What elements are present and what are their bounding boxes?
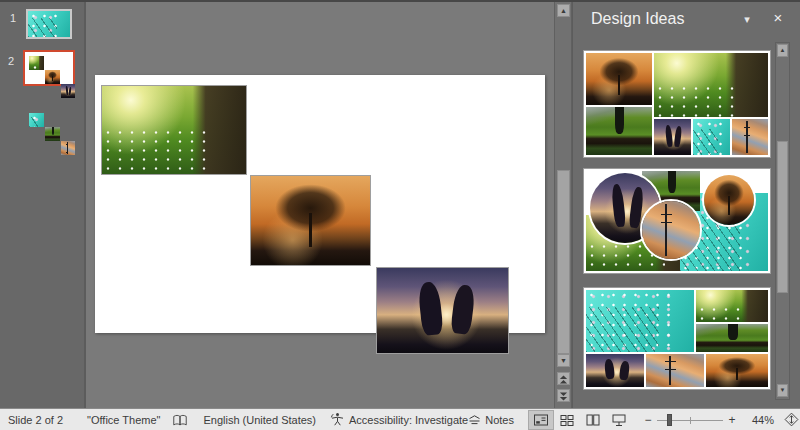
scroll-up-button[interactable]: ▲ (557, 4, 570, 17)
design1-tile-fence (586, 107, 652, 155)
slide-thumbnail-1[interactable] (26, 9, 72, 39)
editor-scrollbar: ▲ ▼ (554, 2, 572, 408)
design1-tile-people (654, 119, 691, 155)
status-bar: Slide 2 of 2 "Office Theme" English (Uni… (0, 408, 800, 430)
slide-show-button[interactable] (606, 410, 632, 430)
scroll-down-button[interactable]: ▼ (557, 354, 570, 367)
design3-tile-pole (646, 354, 704, 387)
slide-thumbnail-2-selected[interactable] (23, 50, 75, 86)
photo-friends-sunset[interactable] (376, 267, 509, 354)
photo-sunset-tree[interactable] (250, 175, 371, 266)
panel-options-caret-icon[interactable]: ▾ (737, 10, 757, 28)
design-panel-scrollbar: ▲ ▼ (775, 42, 790, 400)
slide-number-2: 2 (8, 55, 14, 67)
design3-tile-meadow (696, 290, 768, 322)
language-indicator[interactable]: English (United States) (203, 409, 316, 430)
zoom-in-button[interactable]: + (726, 413, 738, 427)
theme-name[interactable]: "Office Theme" (87, 409, 160, 430)
photo-meadow[interactable] (101, 85, 247, 175)
slide-thumbnail-panel: 1 2 (0, 2, 86, 408)
zoom-out-button[interactable]: − (642, 413, 654, 427)
design3-tile-dandelion (586, 290, 694, 352)
normal-view-button[interactable] (528, 410, 554, 430)
panel-close-icon[interactable]: × (767, 7, 789, 29)
spell-check-icon[interactable] (172, 409, 192, 430)
next-slide-button[interactable] (557, 389, 570, 402)
design-idea-card-2[interactable] (583, 168, 771, 274)
design1-tile-pole (732, 119, 768, 155)
thumbnail-1-image (28, 11, 70, 37)
panel-scroll-up-button[interactable]: ▲ (777, 44, 788, 57)
accessibility-status[interactable]: Accessibility: Investigate (330, 409, 468, 430)
thumbnail-2-tile-pole (61, 141, 75, 155)
slide-canvas[interactable] (95, 75, 545, 333)
design-ideas-panel: Design Ideas ▾ × ▲ (572, 2, 800, 408)
slide-number-1: 1 (10, 12, 16, 24)
fit-slide-to-window-button[interactable] (784, 412, 799, 427)
thumbnail-2-tile-fence (45, 127, 60, 141)
design1-tile-meadow (654, 53, 768, 117)
zoom-percentage[interactable]: 44% (746, 414, 774, 426)
zoom-slider-midtick (690, 417, 691, 424)
design-ideas-title: Design Ideas (591, 10, 684, 28)
zoom-slider[interactable] (657, 414, 723, 426)
slide-indicator[interactable]: Slide 2 of 2 (8, 409, 63, 430)
design3-tile-tree (706, 354, 768, 387)
design1-tile-dandelion (693, 119, 730, 155)
design2-circle-tree (702, 173, 756, 227)
powerpoint-window: 1 2 ▲ ▼ (0, 0, 800, 430)
panel-scrollbar-thumb[interactable] (777, 141, 788, 293)
design1-tile-tree (586, 53, 652, 105)
reading-view-button[interactable] (580, 410, 606, 430)
design-idea-card-1[interactable] (583, 50, 771, 158)
scrollbar-thumb[interactable] (557, 170, 570, 354)
zoom-controls: − + 44% (642, 412, 800, 427)
thumbnail-2-tile-tree (45, 70, 60, 84)
design3-tile-people (586, 354, 644, 387)
notes-toggle[interactable]: Notes (468, 409, 514, 430)
slide-editor-area (88, 2, 554, 408)
previous-slide-button[interactable] (557, 372, 570, 385)
thumbnail-2-tile-dandelion (29, 113, 44, 127)
design-idea-card-3[interactable] (583, 287, 771, 390)
status-right-group: Notes − + 44% (468, 409, 800, 430)
design2-circle-pole (640, 199, 702, 261)
thumbnail-2-tile-people (61, 84, 75, 98)
accessibility-label: Accessibility: Investigate (349, 414, 468, 426)
slide-sorter-view-button[interactable] (554, 410, 580, 430)
panel-scroll-down-button[interactable]: ▼ (777, 384, 788, 397)
thumbnail-2-tile-meadow (29, 56, 44, 70)
design3-tile-fence (696, 324, 768, 352)
notes-label: Notes (485, 414, 514, 426)
zoom-slider-handle[interactable] (667, 414, 672, 426)
